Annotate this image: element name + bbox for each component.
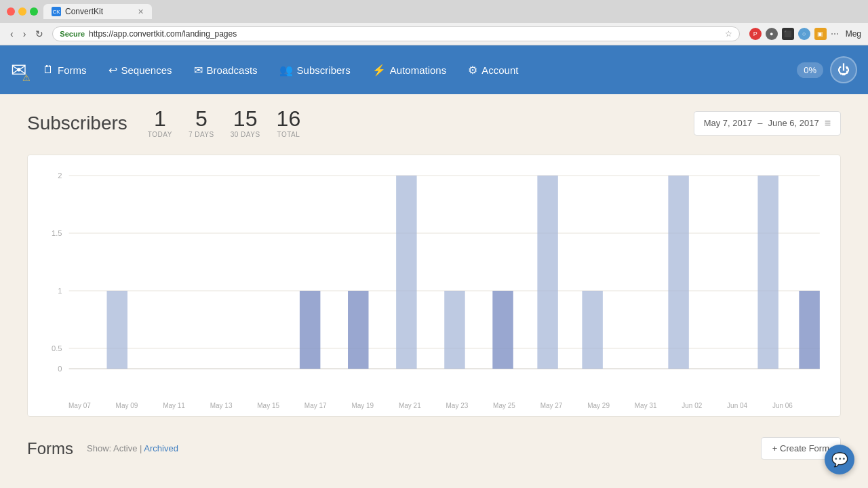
stat-7days-value: 5 <box>189 108 214 129</box>
main-content: Subscribers 1 TODAY 5 7 DAYS 15 30 DAYS … <box>0 94 868 473</box>
window-controls <box>7 7 38 16</box>
percent-badge: 0% <box>797 62 823 78</box>
nav-items: 🗒 Forms ↩ Sequences ✉ Broadcasts 👥 Subsc… <box>33 57 797 83</box>
sequences-icon: ↩ <box>108 64 117 77</box>
subscribers-header: Subscribers 1 TODAY 5 7 DAYS 15 30 DAYS … <box>27 108 841 138</box>
stat-today-label: TODAY <box>148 131 172 138</box>
show-label: Show: <box>87 443 111 453</box>
forms-icon: 🗒 <box>43 64 54 76</box>
svg-text:0: 0 <box>58 365 62 373</box>
stat-7days-label: 7 DAYS <box>189 131 214 138</box>
nav-item-sequences[interactable]: ↩ Sequences <box>99 57 182 83</box>
archived-link[interactable]: Archived <box>144 443 178 453</box>
x-label-may27: May 27 <box>540 402 563 409</box>
svg-rect-10 <box>107 291 127 369</box>
nav-item-account[interactable]: ⚙ Account <box>458 57 528 83</box>
account-icon: ⚙ <box>468 64 477 77</box>
svg-text:1: 1 <box>58 287 62 295</box>
nav-automations-label: Automations <box>390 64 446 76</box>
browser-addressbar: ‹ › ↻ Secure https://app.convertkit.com/… <box>0 23 868 45</box>
nav-right: 0% ⏻ <box>797 56 857 83</box>
stat-today: 1 TODAY <box>148 108 172 138</box>
chart-area: 2 1.5 1 0.5 0 <box>41 169 827 399</box>
svg-rect-14 <box>444 291 465 369</box>
fullscreen-button[interactable] <box>30 7 38 16</box>
stat-total-value: 16 <box>277 108 301 129</box>
svg-text:0.5: 0.5 <box>52 344 62 352</box>
svg-rect-15 <box>492 291 513 369</box>
x-label-may29: May 29 <box>587 402 610 409</box>
svg-rect-12 <box>348 291 368 369</box>
nav-broadcasts-label: Broadcasts <box>207 64 258 76</box>
forms-section: Forms Show: Active | Archived + Create F… <box>27 437 841 460</box>
secure-badge: Secure <box>60 30 85 38</box>
page-title: Subscribers <box>27 113 127 134</box>
svg-rect-11 <box>300 291 320 369</box>
address-url: https://app.convertkit.com/landing_pages <box>89 29 237 39</box>
x-label-jun06: Jun 06 <box>772 402 793 409</box>
svg-rect-16 <box>537 176 557 369</box>
ext-icon-5: ▣ <box>814 28 827 40</box>
forward-button[interactable]: › <box>20 27 30 41</box>
chart-svg: 2 1.5 1 0.5 0 <box>41 169 827 399</box>
ext-icon-4: ○ <box>798 28 810 40</box>
ext-icon-3: ⬛ <box>782 28 794 40</box>
back-button[interactable]: ‹ <box>7 27 17 41</box>
tab-close-icon[interactable]: ✕ <box>138 7 144 16</box>
nav-item-subscribers[interactable]: 👥 Subscribers <box>270 57 360 83</box>
close-button[interactable] <box>7 7 15 16</box>
x-label-jun02: Jun 02 <box>682 402 702 409</box>
browser-chrome: CK ConvertKit ✕ ‹ › ↻ Secure https://app… <box>0 0 868 45</box>
refresh-button[interactable]: ↻ <box>32 27 47 41</box>
browser-titlebar: CK ConvertKit ✕ <box>0 0 868 23</box>
nav-subscribers-label: Subscribers <box>297 64 351 76</box>
power-button[interactable]: ⏻ <box>830 56 857 83</box>
svg-rect-20 <box>799 291 819 369</box>
nav-item-broadcasts[interactable]: ✉ Broadcasts <box>184 57 267 83</box>
broadcasts-icon: ✉ <box>194 64 203 77</box>
bookmark-icon[interactable]: ☆ <box>725 29 732 39</box>
browser-tab[interactable]: CK ConvertKit ✕ <box>43 4 152 19</box>
svg-rect-17 <box>582 291 602 369</box>
date-start: May 7, 2017 <box>704 118 753 128</box>
nav-item-automations[interactable]: ⚡ Automations <box>363 57 456 83</box>
minimize-button[interactable] <box>18 7 26 16</box>
stats-group: 1 TODAY 5 7 DAYS 15 30 DAYS 16 TOTAL <box>148 108 300 138</box>
stat-total-label: TOTAL <box>277 131 301 138</box>
ext-icon-1: P <box>749 28 762 40</box>
x-label-may07: May 07 <box>68 402 91 409</box>
x-label-may09: May 09 <box>116 402 138 409</box>
x-label-may17: May 17 <box>304 402 327 409</box>
x-axis-labels: May 07 May 09 May 11 May 13 May 15 May 1… <box>41 402 827 409</box>
automations-icon: ⚡ <box>372 64 386 77</box>
svg-rect-19 <box>757 176 778 369</box>
x-label-may13: May 13 <box>210 402 233 409</box>
filter-icon[interactable]: ≡ <box>825 117 831 129</box>
x-label-may23: May 23 <box>446 402 469 409</box>
svg-text:2: 2 <box>58 171 62 180</box>
date-separator: – <box>757 118 762 128</box>
x-label-may31: May 31 <box>635 402 657 409</box>
address-bar[interactable]: Secure https://app.convertkit.com/landin… <box>52 26 739 41</box>
tab-title: ConvertKit <box>65 7 103 16</box>
x-label-jun04: Jun 04 <box>727 402 747 409</box>
subscribers-icon: 👥 <box>279 64 293 77</box>
stat-30days: 15 30 DAYS <box>231 108 260 138</box>
svg-text:1.5: 1.5 <box>52 229 62 237</box>
logo-alert-icon: ⚠ <box>22 73 31 83</box>
date-filter[interactable]: May 7, 2017 – June 6, 2017 ≡ <box>694 111 841 136</box>
forms-title: Forms <box>27 439 73 458</box>
chat-button[interactable]: 💬 <box>825 445 854 473</box>
browser-extensions: P ● ⬛ ○ ▣ ⋯ Meg <box>749 28 861 40</box>
forms-filter: Show: Active | Archived <box>87 443 178 453</box>
nav-item-forms[interactable]: 🗒 Forms <box>33 57 96 83</box>
svg-rect-18 <box>668 176 688 369</box>
app-nav: ✉ ⚠ 🗒 Forms ↩ Sequences ✉ Broadcasts 👥 S… <box>0 45 868 94</box>
ext-overflow[interactable]: ⋯ <box>831 29 839 39</box>
stat-total: 16 TOTAL <box>277 108 301 138</box>
app-logo[interactable]: ✉ ⚠ <box>11 59 26 81</box>
x-label-may25: May 25 <box>493 402 515 409</box>
stat-today-value: 1 <box>148 108 172 129</box>
active-label: Active <box>113 443 137 453</box>
date-end: June 6, 2017 <box>768 118 818 128</box>
